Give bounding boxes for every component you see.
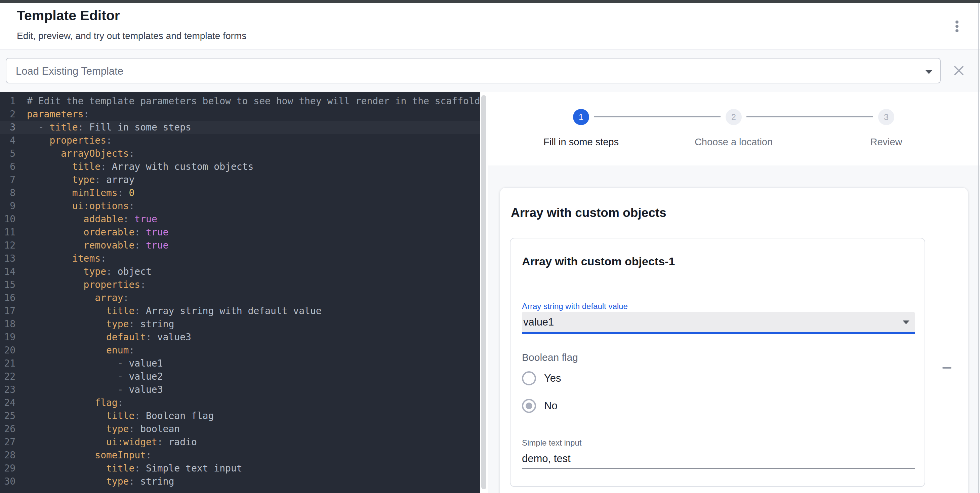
caret-down-icon[interactable] xyxy=(925,70,932,74)
array-string-select-value: value1 xyxy=(523,316,554,328)
array-string-select-label: Array string with default value xyxy=(522,302,628,311)
array-section-title: Array with custom objects xyxy=(511,206,667,220)
code-line[interactable]: 26 type: boolean xyxy=(0,422,480,436)
editor-scrollbar-thumb[interactable] xyxy=(481,95,486,489)
code-line[interactable]: 19 default: value3 xyxy=(0,330,480,344)
radio-option-no[interactable]: No xyxy=(522,399,561,413)
code-line[interactable]: 11 orderable: true xyxy=(0,226,480,239)
code-line[interactable]: 18 type: string xyxy=(0,317,480,330)
code-line[interactable]: 8 minItems: 0 xyxy=(0,186,480,199)
code-line[interactable]: 15 properties: xyxy=(0,278,480,291)
load-template-placeholder: Load Existing Template xyxy=(16,65,123,77)
caret-down-icon[interactable] xyxy=(903,321,909,324)
step-circle-2: 2 xyxy=(725,109,742,125)
yaml-code-editor[interactable]: 1# Edit the template parameters below to… xyxy=(0,92,480,493)
step-circle-3: 3 xyxy=(878,109,894,125)
page-title: Template Editor xyxy=(17,8,120,24)
code-line[interactable]: 6 title: Array with custom objects xyxy=(0,160,480,173)
kebab-menu-icon[interactable] xyxy=(952,19,961,37)
editor-scrollbar[interactable] xyxy=(480,92,487,493)
code-line[interactable]: 9 ui:options: xyxy=(0,199,480,212)
array-item-title: Array with custom objects-1 xyxy=(522,255,675,268)
code-line[interactable]: 5 arrayObjects: xyxy=(0,147,480,160)
code-line[interactable]: 12 removable: true xyxy=(0,239,480,252)
code-line[interactable]: 16 array: xyxy=(0,291,480,304)
step-label-2: Choose a location xyxy=(663,137,804,148)
code-line[interactable]: 20 enum: xyxy=(0,344,480,357)
code-line[interactable]: 25 title: Boolean flag xyxy=(0,409,480,422)
remove-item-button[interactable] xyxy=(941,362,953,374)
radio-unchecked-icon[interactable] xyxy=(522,371,536,385)
window-top-bar xyxy=(0,0,980,3)
page-header: Template Editor Edit, preview, and try o… xyxy=(0,3,980,49)
simple-text-input[interactable]: demo, test xyxy=(522,453,571,465)
stepper-connector xyxy=(746,116,873,117)
code-line[interactable]: 7 type: array xyxy=(0,173,480,186)
close-icon[interactable] xyxy=(953,65,964,77)
code-line[interactable]: 17 title: Array string with default valu… xyxy=(0,304,480,317)
step-label-3: Review xyxy=(816,137,957,148)
code-line[interactable]: 1# Edit the template parameters below to… xyxy=(0,94,480,108)
code-line[interactable]: 22 - value2 xyxy=(0,370,480,383)
code-line[interactable]: 28 someInput: xyxy=(0,448,480,462)
page-subtitle: Edit, preview, and try out templates and… xyxy=(17,30,247,41)
code-line[interactable]: 27 ui:widget: radio xyxy=(0,436,480,448)
text-input-underline xyxy=(522,468,915,469)
array-string-select[interactable]: value1 xyxy=(522,312,915,332)
template-editor-page: Template Editor Edit, preview, and try o… xyxy=(0,0,980,493)
code-line[interactable]: 21 - value1 xyxy=(0,357,480,370)
code-line[interactable]: 10 addable: true xyxy=(0,212,480,226)
radio-label[interactable]: Yes xyxy=(544,372,561,385)
code-lines: 1# Edit the template parameters below to… xyxy=(0,94,480,488)
radio-checked-icon[interactable] xyxy=(522,399,536,413)
right-edge-divider xyxy=(978,0,978,493)
code-line[interactable]: 2parameters: xyxy=(0,108,480,121)
radio-label[interactable]: No xyxy=(544,400,558,412)
load-template-select[interactable]: Load Existing Template xyxy=(6,58,941,83)
radio-option-yes[interactable]: Yes xyxy=(522,371,561,385)
boolean-flag-label: Boolean flag xyxy=(522,352,578,363)
code-line[interactable]: 23 - value3 xyxy=(0,383,480,396)
radio-group: YesNo xyxy=(522,371,561,426)
code-line[interactable]: 13 items: xyxy=(0,252,480,265)
code-line[interactable]: 24 flag: xyxy=(0,396,480,409)
code-line[interactable]: 29 title: Simple text input xyxy=(0,462,480,475)
minus-icon xyxy=(942,367,951,369)
step-circle-1: 1 xyxy=(573,109,589,125)
select-focus-underline xyxy=(522,332,915,334)
code-line[interactable]: 30 type: string xyxy=(0,475,480,488)
stepper-connector xyxy=(594,116,721,117)
code-line[interactable]: 14 type: object xyxy=(0,265,480,278)
code-line[interactable]: 4 properties: xyxy=(0,134,480,147)
step-label-1: Fill in some steps xyxy=(511,137,652,148)
template-loader-bar: Load Existing Template xyxy=(0,49,980,92)
simple-text-input-label: Simple text input xyxy=(522,438,581,448)
code-line[interactable]: 3 - title: Fill in some steps xyxy=(0,121,480,134)
